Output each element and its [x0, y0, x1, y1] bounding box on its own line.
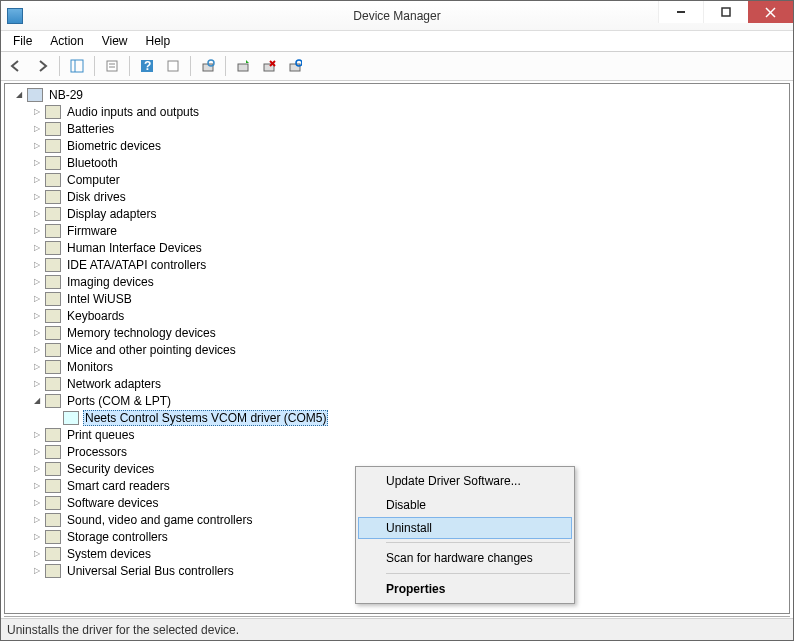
tree-row[interactable]: Mice and other pointing devices	[5, 341, 789, 358]
tree-row[interactable]: Bluetooth	[5, 154, 789, 171]
tree-row[interactable]: Print queues	[5, 426, 789, 443]
expand-icon[interactable]	[31, 480, 42, 491]
show-hide-tree-button[interactable]	[66, 55, 88, 77]
tree-label: IDE ATA/ATAPI controllers	[65, 258, 208, 272]
expand-icon[interactable]	[31, 497, 42, 508]
help-toolbar-button[interactable]: ?	[136, 55, 158, 77]
expand-icon[interactable]	[31, 361, 42, 372]
tree-label: Keyboards	[65, 309, 126, 323]
expand-icon[interactable]	[31, 106, 42, 117]
device-icon	[45, 564, 61, 578]
context-menu-item[interactable]: Disable	[358, 493, 572, 517]
context-menu-item[interactable]: Scan for hardware changes	[358, 546, 572, 570]
device-icon	[45, 445, 61, 459]
tree-label: Memory technology devices	[65, 326, 218, 340]
menu-view[interactable]: View	[94, 32, 136, 50]
device-icon	[27, 88, 43, 102]
tree-row[interactable]: Human Interface Devices	[5, 239, 789, 256]
minimize-button[interactable]	[658, 1, 703, 23]
device-icon	[45, 326, 61, 340]
tree-row[interactable]: Computer	[5, 171, 789, 188]
tree-label: Storage controllers	[65, 530, 170, 544]
close-button[interactable]	[748, 1, 793, 23]
expand-icon[interactable]	[31, 276, 42, 287]
expand-icon[interactable]	[31, 378, 42, 389]
expand-icon[interactable]	[31, 242, 42, 253]
tree-label: Ports (COM & LPT)	[65, 394, 173, 408]
context-menu-item[interactable]: Update Driver Software...	[358, 469, 572, 493]
tree-row[interactable]: Keyboards	[5, 307, 789, 324]
device-icon	[45, 496, 61, 510]
collapse-icon[interactable]	[13, 89, 24, 100]
scan-hardware-button[interactable]	[197, 55, 219, 77]
tree-label: Imaging devices	[65, 275, 156, 289]
expand-icon[interactable]	[31, 259, 42, 270]
expand-icon[interactable]	[31, 446, 42, 457]
expand-icon[interactable]	[31, 514, 42, 525]
expander-spacer	[49, 412, 60, 423]
properties-toolbar-button[interactable]	[101, 55, 123, 77]
menu-help[interactable]: Help	[138, 32, 179, 50]
context-menu-separator	[386, 542, 570, 543]
expand-icon[interactable]	[31, 327, 42, 338]
expand-icon[interactable]	[31, 463, 42, 474]
uninstall-toolbar-button[interactable]	[258, 55, 280, 77]
tree-label: Security devices	[65, 462, 156, 476]
expand-icon[interactable]	[31, 429, 42, 440]
expand-icon[interactable]	[31, 191, 42, 202]
tree-row[interactable]: Monitors	[5, 358, 789, 375]
menu-action[interactable]: Action	[42, 32, 91, 50]
tree-row[interactable]: Audio inputs and outputs	[5, 103, 789, 120]
svg-rect-14	[238, 64, 248, 71]
expand-icon[interactable]	[31, 174, 42, 185]
expand-icon[interactable]	[31, 225, 42, 236]
update-driver-toolbar-button[interactable]	[232, 55, 254, 77]
tree-row[interactable]: Intel WiUSB	[5, 290, 789, 307]
tree-label: NB-29	[47, 88, 85, 102]
context-menu-item[interactable]: Properties	[358, 577, 572, 601]
menu-file[interactable]: File	[5, 32, 40, 50]
tree-row[interactable]: Firmware	[5, 222, 789, 239]
tree-row[interactable]: Processors	[5, 443, 789, 460]
expand-icon[interactable]	[31, 565, 42, 576]
maximize-button[interactable]	[703, 1, 748, 23]
tree-label: Network adapters	[65, 377, 163, 391]
device-icon	[45, 360, 61, 374]
tree-row[interactable]: Memory technology devices	[5, 324, 789, 341]
toolbar-separator	[129, 56, 130, 76]
tree-row[interactable]: Ports (COM & LPT)	[5, 392, 789, 409]
back-button[interactable]	[5, 55, 27, 77]
tree-row[interactable]: NB-29	[5, 86, 789, 103]
tree-row[interactable]: Imaging devices	[5, 273, 789, 290]
device-icon	[45, 343, 61, 357]
expand-icon[interactable]	[31, 344, 42, 355]
device-icon	[45, 530, 61, 544]
expand-icon[interactable]	[31, 293, 42, 304]
expand-icon[interactable]	[31, 123, 42, 134]
tree-label: System devices	[65, 547, 153, 561]
context-menu-separator	[386, 573, 570, 574]
disable-toolbar-button[interactable]	[284, 55, 306, 77]
tree-row[interactable]: Display adapters	[5, 205, 789, 222]
expand-icon[interactable]	[31, 310, 42, 321]
expand-icon[interactable]	[31, 531, 42, 542]
tree-row[interactable]: Disk drives	[5, 188, 789, 205]
action-toolbar-button[interactable]	[162, 55, 184, 77]
forward-button[interactable]	[31, 55, 53, 77]
device-icon	[45, 309, 61, 323]
expand-icon[interactable]	[31, 548, 42, 559]
tree-row[interactable]: Biometric devices	[5, 137, 789, 154]
expand-icon[interactable]	[31, 140, 42, 151]
device-icon	[45, 479, 61, 493]
expand-icon[interactable]	[31, 157, 42, 168]
context-menu-item[interactable]: Uninstall	[358, 517, 572, 539]
tree-row[interactable]: IDE ATA/ATAPI controllers	[5, 256, 789, 273]
toolbar-separator	[190, 56, 191, 76]
expand-icon[interactable]	[31, 208, 42, 219]
collapse-icon[interactable]	[31, 395, 42, 406]
tree-row[interactable]: Batteries	[5, 120, 789, 137]
tree-row[interactable]: Neets Control Systems VCOM driver (COM5)	[5, 409, 789, 426]
tree-row[interactable]: Network adapters	[5, 375, 789, 392]
device-icon	[45, 207, 61, 221]
tree-label: Sound, video and game controllers	[65, 513, 254, 527]
